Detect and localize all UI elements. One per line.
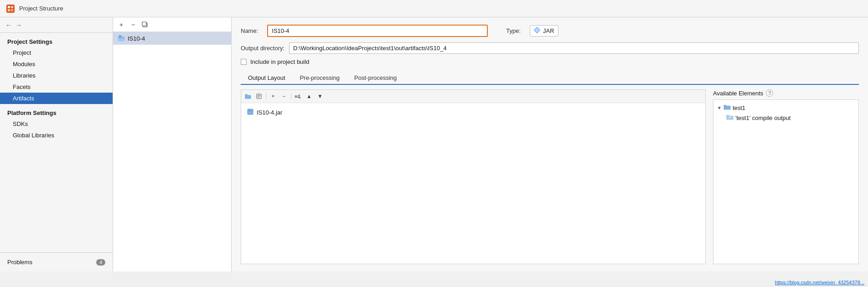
name-type-row: Name: Type: JAR	[241, 25, 859, 37]
ae-tree-item-test1[interactable]: ▼ test1	[716, 103, 856, 113]
sidebar-item-sdks[interactable]: SDKs	[0, 118, 113, 130]
add-layout-button[interactable]: +	[268, 91, 278, 101]
module-output-icon	[726, 114, 734, 121]
tab-output-layout[interactable]: Output Layout	[241, 72, 293, 85]
output-dir-row: Output directory:	[241, 42, 859, 54]
svg-rect-0	[6, 5, 15, 13]
ae-tree-item-compile-output[interactable]: 'test1' compile output	[725, 113, 856, 123]
sidebar-item-facets[interactable]: Facets	[0, 81, 113, 93]
artifact-toolbar: + −	[113, 17, 231, 32]
svg-rect-21	[728, 116, 732, 118]
tab-pre-processing[interactable]: Pre-processing	[293, 72, 347, 85]
artifact-name: IS10-4	[128, 35, 145, 42]
available-elements-help[interactable]: ?	[766, 89, 773, 97]
name-input-wrapper	[267, 25, 488, 37]
back-button[interactable]: ←	[4, 20, 14, 30]
available-elements-header: Available Elements ?	[713, 89, 859, 97]
svg-rect-3	[8, 9, 10, 11]
artifact-list-panel: + − IS10-4	[113, 17, 232, 271]
name-input[interactable]	[268, 26, 487, 36]
include-in-build-label: Include in project build	[250, 58, 309, 65]
jar-icon	[247, 108, 254, 117]
svg-rect-6	[142, 22, 146, 26]
include-in-build-row: Include in project build	[241, 58, 859, 65]
svg-rect-2	[11, 6, 13, 8]
output-layout-panel: + − az ▲ ▼	[241, 89, 706, 264]
available-elements-title: Available Elements	[713, 90, 763, 97]
window-title: Project Structure	[19, 5, 63, 12]
sidebar-item-global-libraries[interactable]: Global Libraries	[0, 130, 113, 141]
main-layout: ← → Project Settings Project Modules Lib…	[0, 17, 868, 271]
folder-button[interactable]	[243, 91, 253, 101]
available-elements-panel: Available Elements ? ▼ test1	[713, 89, 859, 264]
ae-tree-item-test1-label: test1	[733, 104, 745, 111]
tab-post-processing[interactable]: Post-processing	[347, 72, 404, 85]
artifact-jar-icon	[118, 35, 125, 42]
sidebar-item-project[interactable]: Project	[0, 47, 113, 58]
add-artifact-button[interactable]: +	[116, 19, 127, 30]
copy-artifact-button[interactable]	[140, 19, 150, 30]
title-bar: Project Structure	[0, 0, 868, 17]
sidebar-item-artifacts[interactable]: Artifacts	[0, 93, 113, 104]
sidebar-item-libraries[interactable]: Libraries	[0, 70, 113, 81]
chevron-down-icon: ▼	[717, 105, 722, 110]
sort-button[interactable]: az	[293, 91, 303, 101]
folder-icon	[723, 104, 731, 111]
toolbar-sep-1	[266, 93, 266, 99]
output-dir-input[interactable]	[289, 42, 859, 54]
jar-item-is10-4[interactable]: IS10-4.jar	[245, 107, 702, 118]
forward-button[interactable]: →	[14, 20, 24, 30]
svg-rect-18	[248, 109, 253, 115]
remove-layout-button[interactable]: −	[279, 91, 289, 101]
type-text: JAR	[543, 27, 554, 34]
output-dir-label: Output directory:	[241, 45, 284, 52]
include-in-build-checkbox[interactable]	[241, 59, 247, 65]
url-bar: https://blog.csdn.net/weixin_43254378...	[775, 280, 864, 285]
name-label: Name:	[241, 27, 258, 34]
type-value-display[interactable]: JAR	[530, 25, 558, 37]
tabs-row: Output Layout Pre-processing Post-proces…	[241, 72, 859, 85]
layout-area: + − az ▲ ▼	[241, 89, 859, 264]
problems-label: Problems	[7, 259, 32, 266]
main-content: Name: Type: JAR Output directory:	[232, 17, 868, 271]
platform-settings-heading: Platform Settings	[0, 104, 113, 118]
move-down-button[interactable]: ▼	[315, 91, 325, 101]
svg-rect-1	[8, 6, 10, 8]
remove-artifact-button[interactable]: −	[128, 19, 139, 30]
url-text: https://blog.csdn.net/weixin_43254378...	[775, 280, 864, 285]
svg-rect-7	[118, 37, 124, 41]
svg-rect-4	[11, 9, 13, 11]
move-up-button[interactable]: ▲	[304, 91, 314, 101]
app-icon	[5, 4, 16, 14]
layout-content: IS10-4.jar	[241, 103, 705, 264]
available-elements-tree: ▼ test1	[713, 99, 859, 264]
svg-rect-8	[119, 36, 121, 37]
project-settings-heading: Project Settings	[0, 33, 113, 47]
type-icon	[534, 27, 540, 35]
sidebar: ← → Project Settings Project Modules Lib…	[0, 17, 113, 271]
jar-item-name: IS10-4.jar	[257, 109, 282, 116]
ae-tree-item-compile-output-label: 'test1' compile output	[735, 115, 790, 121]
toolbar-sep-2	[291, 93, 291, 99]
problems-badge: 4	[96, 259, 105, 266]
filter-button[interactable]	[254, 91, 264, 101]
artifact-item-is10-4[interactable]: IS10-4	[113, 32, 231, 45]
layout-toolbar: + − az ▲ ▼	[241, 90, 705, 103]
sidebar-item-problems[interactable]: Problems 4	[0, 256, 113, 268]
type-label: Type:	[506, 27, 521, 34]
sidebar-item-modules[interactable]: Modules	[0, 58, 113, 70]
